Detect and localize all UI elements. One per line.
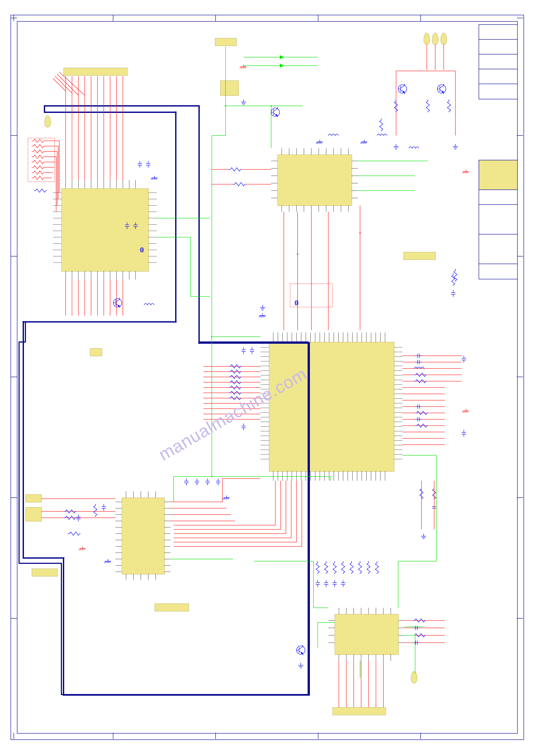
svg-point-308 — [359, 232, 361, 234]
schematic-page: manualmachine.com — [0, 0, 535, 756]
svg-point-298 — [175, 111, 177, 113]
svg-point-300 — [198, 342, 200, 344]
svg-point-302 — [63, 557, 64, 559]
red-nets — [32, 44, 469, 707]
svg-point-309 — [297, 254, 298, 255]
svg-point-305 — [211, 336, 212, 337]
blue-devices — [68, 84, 466, 668]
svg-point-304 — [225, 105, 226, 106]
wiring — [0, 0, 535, 756]
bus-lines — [19, 106, 309, 695]
svg-point-301 — [308, 342, 310, 344]
svg-point-303 — [22, 321, 24, 323]
svg-point-299 — [175, 321, 177, 323]
svg-point-307 — [270, 105, 272, 106]
svg-point-306 — [211, 476, 212, 477]
